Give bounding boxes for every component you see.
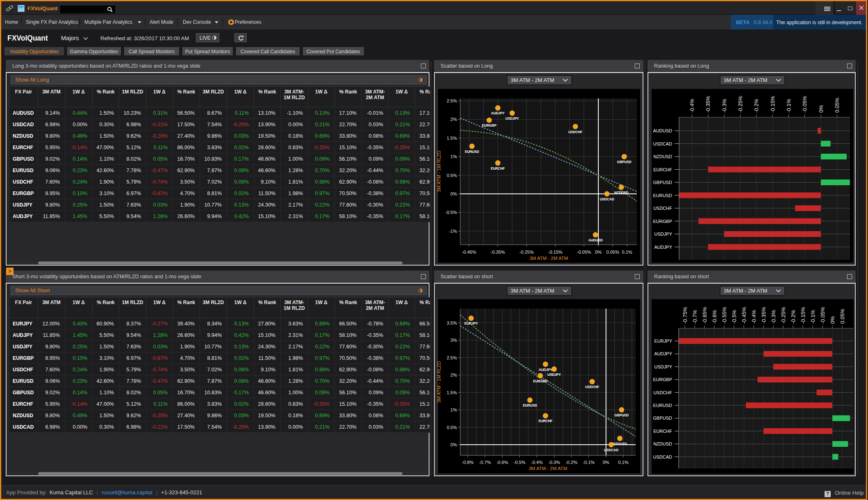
svg-text:USDJPY: USDJPY [548, 373, 561, 377]
svg-text:-0.35%: -0.35% [761, 307, 767, 324]
svg-text:AUDJPY: AUDJPY [654, 351, 673, 356]
svg-text:NZDUSD: NZDUSD [614, 191, 628, 195]
svg-text:USDCAD: USDCAD [653, 141, 673, 146]
svg-text:0.05%: 0.05% [839, 309, 845, 324]
svg-text:1.5%: 1.5% [447, 390, 457, 395]
svg-text:-0.8%: -0.8% [462, 460, 474, 465]
svg-text:0.5%: 0.5% [447, 173, 457, 178]
svg-text:-0.05%: -0.05% [820, 307, 826, 324]
svg-text:EURGBP: EURGBP [653, 377, 672, 382]
svg-text:-0.2%: -0.2% [753, 99, 759, 113]
svg-text:-0.35%: -0.35% [705, 95, 711, 113]
svg-text:AUDJPY: AUDJPY [491, 111, 505, 115]
svg-text:-0.05%: -0.05% [802, 95, 808, 113]
svg-text:0.05%: 0.05% [834, 98, 840, 113]
svg-text:0.5%: 0.5% [447, 425, 457, 430]
svg-text:-0.6%: -0.6% [496, 460, 508, 465]
svg-text:-0.7%: -0.7% [692, 310, 698, 324]
svg-text:-0.2%: -0.2% [790, 310, 796, 324]
svg-text:EURCHF: EURCHF [491, 166, 505, 170]
svg-text:EURUSD: EURUSD [653, 193, 673, 198]
svg-text:-0.45%: -0.45% [462, 250, 476, 255]
svg-text:2%: 2% [450, 373, 457, 377]
svg-text:AUDUSD: AUDUSD [653, 128, 673, 133]
svg-text:EURGBP: EURGBP [533, 379, 548, 383]
svg-text:3%: 3% [450, 338, 457, 343]
svg-text:-0.4%: -0.4% [751, 310, 757, 324]
svg-text:-1%: -1% [449, 229, 457, 234]
svg-text:-0.1%: -0.1% [786, 99, 792, 113]
svg-text:USDCHF: USDCHF [653, 390, 672, 395]
svg-text:0%: 0% [595, 250, 602, 255]
svg-text:0%: 0% [450, 191, 457, 196]
svg-text:NZDUSD: NZDUSD [613, 442, 627, 446]
svg-text:GBPUSD: GBPUSD [653, 416, 673, 420]
svg-text:AUDJPY: AUDJPY [654, 245, 673, 250]
svg-text:-0.3%: -0.3% [721, 99, 727, 113]
svg-text:-0.2%: -0.2% [566, 460, 577, 465]
svg-text:-0.15%: -0.15% [770, 95, 776, 113]
svg-text:EURUSD: EURUSD [653, 403, 673, 408]
svg-text:GBPUSD: GBPUSD [614, 413, 629, 417]
svg-text:-0.3%: -0.3% [548, 460, 560, 465]
svg-text:-0.75%: -0.75% [682, 307, 688, 324]
svg-text:USDCHF: USDCHF [585, 385, 599, 389]
svg-text:USDCAD: USDCAD [604, 448, 618, 452]
svg-text:EURCHF: EURCHF [653, 167, 672, 172]
svg-text:AUDJPY: AUDJPY [539, 368, 552, 372]
svg-text:-0.5%: -0.5% [514, 460, 525, 465]
svg-text:3M ATM - 2M ATM: 3M ATM - 2M ATM [529, 256, 568, 261]
svg-text:2%: 2% [450, 117, 457, 122]
svg-text:-0.5%: -0.5% [731, 310, 737, 324]
svg-text:0%: 0% [450, 442, 457, 447]
svg-text:EURUSD: EURUSD [523, 403, 537, 407]
svg-text:-0.25%: -0.25% [780, 307, 786, 324]
svg-text:USDCHF: USDCHF [568, 130, 582, 134]
svg-text:USDJPY: USDJPY [505, 116, 519, 120]
svg-text:-0.45%: -0.45% [741, 307, 747, 324]
svg-text:0%: 0% [829, 316, 836, 324]
svg-text:3.5%: 3.5% [447, 320, 457, 325]
svg-text:0.1%: 0.1% [618, 460, 628, 465]
svg-text:1%: 1% [450, 407, 457, 412]
svg-text:-0.1%: -0.1% [583, 460, 595, 465]
svg-text:-0.6%: -0.6% [711, 310, 718, 324]
svg-text:1%: 1% [450, 154, 457, 159]
svg-text:0%: 0% [603, 460, 609, 465]
svg-text:EURJPY: EURJPY [654, 339, 673, 343]
svg-text:USDCHF: USDCHF [653, 206, 672, 211]
svg-text:-0.3%: -0.3% [770, 310, 777, 324]
svg-text:2.5%: 2.5% [447, 98, 457, 103]
svg-text:-0.15%: -0.15% [548, 250, 562, 255]
svg-text:GBPUSD: GBPUSD [617, 160, 632, 164]
svg-text:EURUSD: EURUSD [465, 150, 479, 154]
svg-text:-0.25%: -0.25% [737, 95, 743, 113]
svg-text:EURCHF: EURCHF [653, 429, 672, 434]
svg-text:0.1%: 0.1% [622, 250, 632, 255]
svg-text:-0.4%: -0.4% [689, 99, 695, 113]
svg-text:0.05%: 0.05% [606, 250, 619, 255]
svg-text:-0.5%: -0.5% [445, 210, 457, 215]
svg-text:3M ATM - 1M RLZD: 3M ATM - 1M RLZD [436, 361, 441, 402]
svg-text:AUDUSD: AUDUSD [588, 238, 602, 242]
svg-text:-0.4%: -0.4% [531, 460, 543, 465]
svg-text:2.5%: 2.5% [447, 355, 457, 360]
svg-text:EURGBP: EURGBP [653, 219, 672, 224]
svg-text:-0.1%: -0.1% [810, 310, 816, 324]
svg-text:-0.55%: -0.55% [721, 307, 727, 324]
svg-text:1.5%: 1.5% [447, 136, 457, 141]
svg-text:USDCAD: USDCAD [600, 197, 614, 201]
svg-text:GBPUSD: GBPUSD [653, 180, 673, 185]
svg-text:0%: 0% [818, 105, 824, 113]
svg-text:USDJPY: USDJPY [654, 364, 673, 369]
svg-text:USDJPY: USDJPY [654, 232, 673, 236]
svg-text:-0.7%: -0.7% [479, 460, 491, 465]
svg-text:-0.05%: -0.05% [577, 250, 591, 255]
svg-text:EURCHF: EURCHF [539, 419, 552, 423]
svg-text:USDCAD: USDCAD [653, 455, 673, 459]
svg-text:EURGBP: EURGBP [482, 123, 497, 127]
svg-text:NZDUSD: NZDUSD [653, 154, 672, 159]
svg-text:-0.15%: -0.15% [800, 307, 806, 324]
svg-text:-0.35%: -0.35% [491, 250, 505, 255]
svg-text:EURJPY: EURJPY [464, 321, 478, 325]
